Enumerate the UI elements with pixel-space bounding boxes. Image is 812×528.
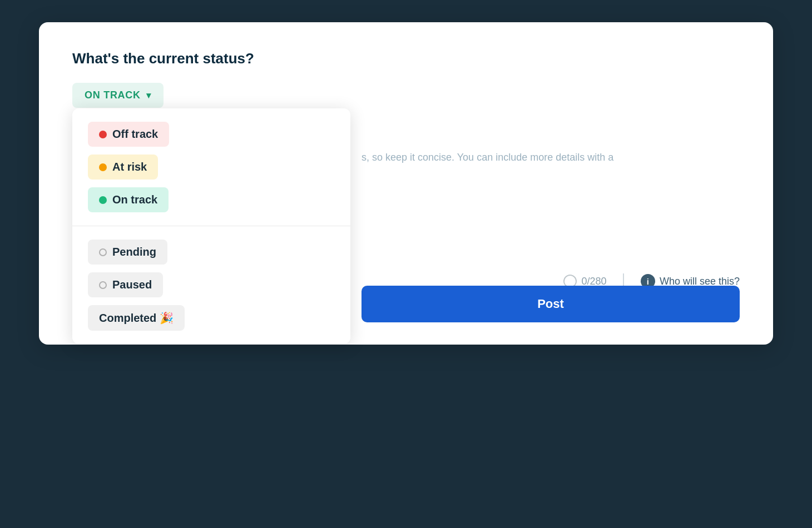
post-button[interactable]: Post: [362, 286, 740, 322]
completed-label: Completed 🎉: [99, 311, 174, 325]
paused-option[interactable]: Paused: [88, 272, 163, 297]
pending-option[interactable]: Pending: [88, 240, 167, 265]
question-title: What's the current status?: [72, 50, 740, 67]
status-dropdown: Off track At risk On track Pending Paus: [72, 108, 350, 344]
off-track-dot: [99, 131, 107, 138]
on-track-option[interactable]: On track: [88, 187, 169, 212]
at-risk-label: At risk: [112, 161, 147, 173]
off-track-label: Off track: [112, 128, 158, 141]
on-track-label: On track: [112, 193, 157, 206]
paused-dot: [99, 281, 107, 289]
inactive-status-section: Pending Paused Completed 🎉: [72, 226, 350, 344]
helper-text: s, so keep it concise. You can include m…: [362, 150, 740, 165]
status-trigger-button[interactable]: ON TRACK ▾: [72, 83, 164, 108]
completed-option[interactable]: Completed 🎉: [88, 305, 185, 331]
at-risk-option[interactable]: At risk: [88, 155, 158, 180]
main-card: What's the current status? ON TRACK ▾ Of…: [39, 22, 773, 345]
off-track-option[interactable]: Off track: [88, 122, 169, 147]
on-track-dot: [99, 196, 107, 204]
pending-label: Pending: [112, 246, 156, 258]
pending-dot: [99, 248, 107, 256]
active-status-section: Off track At risk On track: [72, 108, 350, 226]
chevron-down-icon: ▾: [146, 90, 151, 101]
paused-label: Paused: [112, 278, 152, 291]
at-risk-dot: [99, 163, 107, 171]
status-trigger-label: ON TRACK: [85, 89, 141, 101]
